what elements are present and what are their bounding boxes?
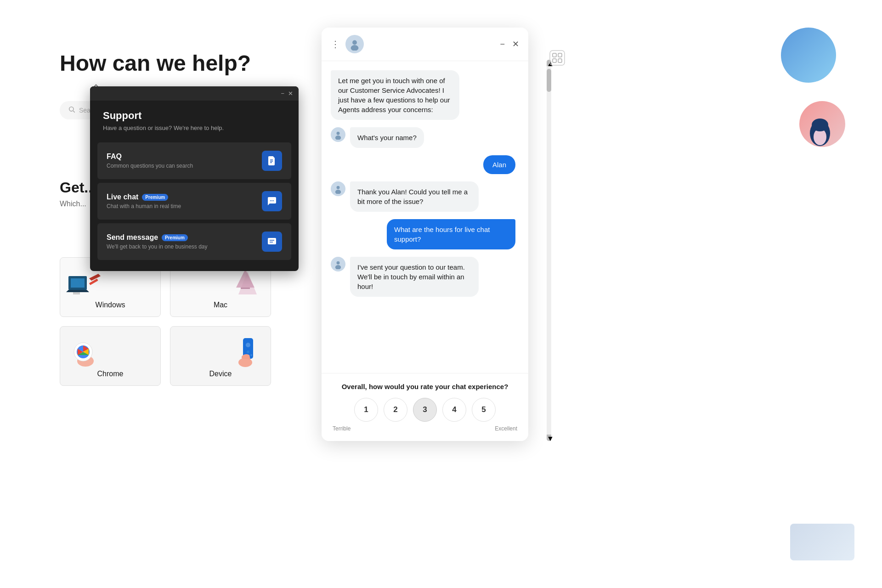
rating-label-high: Excellent [495, 425, 517, 432]
option-faq-title: FAQ [107, 153, 122, 161]
svg-rect-60 [558, 59, 562, 62]
svg-point-45 [352, 40, 357, 45]
rating-btn-5[interactable]: 5 [472, 398, 496, 422]
option-sendmsg-title-row: Send message Premium [107, 233, 208, 242]
support-dialog: − ✕ Support Have a question or issue? We… [90, 86, 299, 271]
svg-point-25 [247, 351, 249, 353]
document-icon [266, 155, 277, 166]
chat-titlebar-actions: − ✕ [500, 39, 519, 49]
scan-icon-area[interactable] [549, 50, 565, 66]
faq-icon-box [262, 151, 282, 171]
option-livechat-desc: Chat with a human in real time [107, 203, 181, 209]
option-faq-title-row: FAQ [107, 153, 193, 161]
svg-point-51 [337, 186, 340, 189]
rating-labels: Terrible Excellent [331, 425, 519, 432]
svg-point-27 [250, 354, 252, 356]
chat-menu-dots[interactable]: ⋮ [331, 39, 340, 50]
rating-btn-4[interactable]: 4 [442, 398, 466, 422]
scrollbar-thumb[interactable] [547, 69, 551, 92]
msg-row-6: I've sent your question to our team. We'… [331, 257, 519, 297]
msg-bubble-4: Thank you Alan! Could you tell me a bit … [350, 181, 479, 212]
mac-illustration [225, 267, 266, 299]
svg-rect-57 [553, 53, 556, 57]
msg-row-5: What are the hours for live chat support… [331, 219, 519, 249]
download-card-device[interactable]: Device [170, 326, 271, 386]
svg-point-24 [246, 343, 250, 347]
page-title: How can we help? [60, 51, 251, 76]
svg-point-54 [337, 261, 340, 265]
msg-row-1: Let me get you in touch with one of our … [331, 70, 519, 120]
deco-shape-bottom-right [790, 524, 854, 560]
support-option-send-message[interactable]: Send message Premium We'll get back to y… [97, 223, 291, 260]
support-option-live-chat[interactable]: Live chat Premium Chat with a human in r… [97, 183, 291, 220]
chat-close-button[interactable]: ✕ [512, 39, 519, 49]
chrome-illustration [67, 336, 104, 368]
chat-minimize-button[interactable]: − [500, 40, 505, 49]
sendmsg-premium-badge: Premium [162, 234, 188, 241]
support-options-list: FAQ Common questions you can search [90, 139, 299, 271]
rating-btn-1[interactable]: 1 [354, 398, 378, 422]
svg-point-38 [270, 200, 271, 201]
svg-rect-11 [71, 278, 85, 288]
chat-titlebar-left: ⋮ [331, 35, 364, 53]
svg-marker-12 [66, 290, 89, 292]
option-sendmsg-desc: We'll get back to you in one business da… [107, 243, 208, 250]
rating-btn-3[interactable]: 3 [413, 398, 437, 422]
rating-question: Overall, how would you rate your chat ex… [331, 383, 519, 390]
svg-point-40 [273, 200, 274, 201]
msg-bubble-6: I've sent your question to our team. We'… [350, 257, 479, 297]
dialog-subtitle: Have a question or issue? We're here to … [103, 124, 286, 131]
rating-label-low: Terrible [333, 425, 351, 432]
option-sendmsg-left: Send message Premium We'll get back to y… [107, 233, 208, 250]
dialog-titlebar: − ✕ [90, 86, 299, 101]
svg-rect-56 [550, 51, 565, 65]
rating-buttons: 1 2 3 4 5 [331, 398, 519, 422]
windows-card-label: Windows [96, 301, 125, 309]
svg-point-39 [271, 200, 272, 201]
dialog-header: Support Have a question or issue? We're … [90, 101, 299, 139]
chat-window: ⋮ − ✕ Let me get you in touch with [322, 28, 528, 441]
chat-agent-avatar [345, 35, 364, 53]
svg-marker-17 [236, 269, 254, 288]
minimize-button[interactable]: − [281, 90, 284, 97]
chat-messages-area: Let me get you in touch with one of our … [322, 61, 528, 373]
svg-marker-15 [89, 274, 101, 281]
message-icon [266, 236, 277, 247]
chat-scrollbar[interactable]: ▲ ▼ [547, 60, 551, 441]
chat-bubble-icon [266, 196, 277, 207]
close-button[interactable]: ✕ [288, 90, 293, 97]
msg-agent-avatar-2 [331, 127, 345, 142]
svg-point-0 [69, 107, 74, 111]
rating-btn-2[interactable]: 2 [384, 398, 407, 422]
msg-row-2: What's your name? [331, 127, 519, 148]
mac-card-label: Mac [214, 301, 227, 309]
livechat-premium-badge: Premium [142, 194, 168, 201]
search-icon [68, 106, 75, 115]
svg-point-33 [812, 119, 828, 131]
svg-rect-59 [553, 59, 556, 62]
svg-point-48 [337, 132, 340, 135]
msg-agent-avatar-4 [331, 181, 345, 196]
dialog-title: Support [103, 110, 286, 122]
rating-section: Overall, how would you rate your chat ex… [322, 373, 528, 441]
livechat-icon-box [262, 191, 282, 211]
sendmsg-icon-box [262, 232, 282, 252]
option-faq-desc: Common questions you can search [107, 163, 193, 169]
option-faq-left: FAQ Common questions you can search [107, 153, 193, 169]
msg-agent-avatar-6 [331, 257, 345, 271]
device-illustration [229, 336, 266, 368]
scrollbar-bottom-arrow[interactable]: ▼ [547, 435, 551, 441]
svg-rect-41 [268, 238, 276, 244]
svg-rect-13 [73, 292, 80, 294]
deco-blue-circle [781, 28, 836, 83]
option-livechat-left: Live chat Premium Chat with a human in r… [107, 193, 181, 209]
msg-bubble-5-user: What are the hours for live chat support… [387, 219, 515, 249]
support-option-faq[interactable]: FAQ Common questions you can search [97, 142, 291, 179]
download-card-chrome[interactable]: Chrome [60, 326, 161, 386]
svg-line-1 [73, 111, 74, 112]
msg-bubble-2: What's your name? [350, 127, 424, 148]
device-card-label: Device [209, 370, 232, 378]
chrome-card-label: Chrome [97, 370, 124, 378]
download-cards-row2: Chrome Device [60, 326, 271, 386]
option-livechat-title: Live chat [107, 193, 138, 201]
